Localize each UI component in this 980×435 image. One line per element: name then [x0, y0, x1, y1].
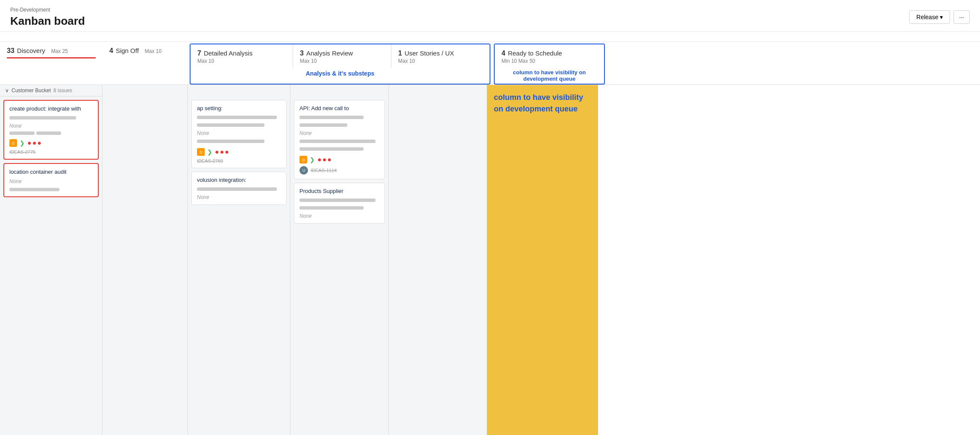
detailed-analysis-column: spacer ap setting: None ⊙ ❯ ●●● IDEAS-27…: [188, 85, 290, 435]
header-spacer: [0, 32, 980, 42]
header-right: Release ▾ ···: [909, 10, 970, 24]
review-count: 3: [300, 50, 304, 57]
card-none-label: None: [197, 130, 281, 136]
card-title: create product: integrate with: [9, 105, 93, 113]
card-ideas-2775[interactable]: create product: integrate with None ⊙ ❯ …: [3, 100, 99, 160]
dots-icon: ●●●: [27, 139, 42, 147]
tag-icon: ⊙: [9, 139, 17, 147]
user-stories-column-header: 1 User Stories / UX Max 10: [391, 44, 490, 68]
card-none-label: None: [9, 178, 93, 184]
columns-header-row: 33 Discovery Max 25 4 Sign Off Max 10 7 …: [0, 42, 980, 85]
discovery-column-header: 33 Discovery Max 25: [0, 42, 103, 85]
card-blur-line2: [197, 123, 264, 127]
discovery-name: Discovery: [17, 47, 45, 54]
discovery-limit: Max 25: [51, 48, 68, 54]
card-none-label: None: [197, 194, 281, 200]
card-ideas-2769[interactable]: ap setting: None ⊙ ❯ ●●● IDEAS-2769: [191, 100, 287, 168]
bucket-header: ∨ Customer Bucket 8 issues: [0, 85, 102, 96]
discovery-column-body: create product: integrate with None ⊙ ❯ …: [0, 96, 102, 201]
dots-icon: ●●●: [317, 156, 332, 163]
card-blur-line: [197, 116, 277, 119]
user-stories-limit: Max 10: [398, 58, 483, 64]
card-footer: ⊙ ❯ ●●●: [197, 148, 281, 156]
signoff-name: Sign Off: [116, 47, 139, 54]
discovery-count: 33: [7, 47, 15, 55]
release-button[interactable]: Release ▾: [909, 10, 950, 24]
tag-icon: ⊙: [299, 156, 307, 163]
signoff-count: 4: [109, 47, 113, 55]
kanban-board: Pre-Development Kanban board Release ▾ ·…: [0, 0, 980, 435]
card-footer: ⊙ ❯ ●●●: [299, 156, 379, 163]
user-stories-column-body: [389, 96, 487, 103]
review-name: Analysis Review: [306, 50, 353, 57]
ready-column-body: column to have visibility on development…: [487, 85, 598, 122]
signoff-column-header: 4 Sign Off Max 10: [103, 42, 188, 85]
card-products-supplier[interactable]: Products Supplier None: [294, 183, 385, 224]
analysis-columns-headers: 7 Detailed Analysis Max 10 3 Analysis Re…: [191, 44, 490, 68]
chevron-down-icon: ❯: [20, 140, 25, 146]
card-ideas-1114[interactable]: API: Add new call to None ⊙ ❯ ●●● U IDEA…: [294, 100, 385, 179]
card-id: IDEAS-2769: [197, 158, 281, 163]
bucket-chevron-icon: ∨: [5, 88, 9, 93]
signoff-limit: Max 10: [145, 48, 161, 54]
detailed-limit: Max 10: [197, 58, 286, 64]
bucket-label: Customer Bucket: [12, 88, 51, 93]
card-none-label: None: [299, 213, 379, 219]
card-id: IDEAS-2775: [9, 149, 93, 155]
card-blur-line: [299, 116, 364, 119]
card-title: ap setting:: [197, 105, 281, 112]
card-blur-line: [299, 199, 376, 202]
card-blur-line2: [299, 123, 347, 127]
card-location[interactable]: location container audit None: [3, 163, 99, 197]
board-content: ∨ Customer Bucket 8 issues create produc…: [0, 85, 980, 435]
ready-max: Max 50: [518, 58, 535, 64]
card-blur-sm2: [36, 131, 62, 135]
card-blur-sm: [9, 131, 35, 135]
header-left: Pre-Development Kanban board: [10, 7, 85, 28]
detailed-column-body: ap setting: None ⊙ ❯ ●●● IDEAS-2769 volu…: [188, 96, 290, 208]
pre-title: Pre-Development: [10, 7, 85, 13]
card-id-row: U IDEAS-1114: [299, 166, 379, 175]
detailed-count: 7: [197, 50, 201, 57]
more-options-button[interactable]: ···: [954, 10, 970, 24]
ready-limits: Min 10 Max 50: [502, 58, 597, 64]
review-column-body: API: Add new call to None ⊙ ❯ ●●● U IDEA…: [290, 96, 388, 227]
ready-column-header: 4 Ready to Schedule Min 10 Max 50 column…: [494, 44, 605, 85]
card-volusion[interactable]: volusion integration: None: [191, 172, 287, 205]
bucket-count: 8 issues: [53, 88, 72, 93]
more-icon: ···: [959, 14, 964, 20]
ready-count: 4: [502, 50, 505, 57]
page-header: Pre-Development Kanban board Release ▾ ·…: [0, 0, 980, 32]
detailed-analysis-column-header: 7 Detailed Analysis Max 10: [191, 44, 293, 68]
tag-icon: ⊙: [197, 148, 205, 156]
card-title: API: Add new call to: [299, 105, 379, 112]
review-limit: Max 10: [300, 58, 384, 64]
analysis-review-column-header: 3 Analysis Review Max 10: [293, 44, 391, 68]
avatar: U: [299, 166, 308, 175]
user-stories-name: User Stories / UX: [405, 50, 454, 57]
user-stories-count: 1: [398, 50, 402, 57]
card-none-label: None: [9, 123, 93, 129]
ready-column-note: column to have visibility on development…: [494, 92, 591, 115]
analysis-group-label: Analysis & it's substeps: [191, 68, 490, 79]
card-blur-line: [197, 187, 277, 191]
card-title: volusion integration:: [197, 176, 281, 184]
card-id: IDEAS-1114: [311, 168, 337, 173]
card-blur-line4: [299, 147, 364, 151]
discovery-column: ∨ Customer Bucket 8 issues create produc…: [0, 85, 103, 435]
analysis-group-header: 7 Detailed Analysis Max 10 3 Analysis Re…: [190, 44, 490, 85]
ready-min: Min 10: [502, 58, 517, 64]
ready-column: column to have visibility on development…: [487, 85, 598, 435]
chevron-down-icon: ❯: [310, 156, 315, 163]
card-blur-line2: [299, 206, 364, 210]
detailed-name: Detailed Analysis: [204, 50, 252, 57]
card-title: Products Supplier: [299, 187, 379, 195]
signoff-column: spacer: [103, 85, 188, 435]
card-blur-line3: [299, 140, 376, 143]
card-none-label: None: [299, 130, 379, 136]
card-footer: ⊙ ❯ ●●●: [9, 139, 93, 147]
signoff-column-body: [103, 96, 188, 103]
card-blur-line: [9, 188, 59, 191]
dots-icon: ●●●: [215, 148, 230, 156]
user-stories-column: spacer: [389, 85, 487, 435]
